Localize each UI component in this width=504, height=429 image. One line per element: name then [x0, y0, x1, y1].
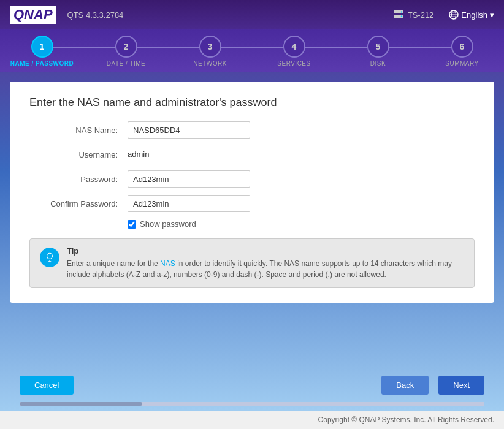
- scrollbar-thumb[interactable]: [20, 402, 142, 406]
- form-title: Enter the NAS name and administrator's p…: [29, 96, 475, 109]
- tip-title: Tip: [67, 246, 464, 256]
- nas-link[interactable]: NAS: [160, 259, 175, 268]
- server-icon: [393, 9, 404, 20]
- password-input[interactable]: [128, 170, 250, 188]
- svg-point-2: [401, 11, 402, 12]
- show-password-label[interactable]: Show password: [140, 219, 196, 229]
- svg-point-3: [401, 15, 402, 17]
- tip-text: Enter a unique name for the NAS in order…: [67, 258, 464, 280]
- username-label: Username:: [29, 150, 128, 159]
- tip-icon: [40, 248, 59, 267]
- copyright: Copyright © QNAP Systems, Inc. All Right…: [0, 411, 504, 429]
- password-row: Password:: [29, 170, 475, 188]
- nas-name-label: NAS Name:: [29, 126, 128, 135]
- tip-box: Tip Enter a unique name for the NAS in o…: [29, 238, 475, 288]
- header: QNAP QTS 4.3.3.2784 TS-212 English ▾: [0, 0, 504, 29]
- nas-name-row: NAS Name:: [29, 121, 475, 139]
- back-button[interactable]: Back: [381, 376, 429, 395]
- dropdown-arrow-icon: ▾: [490, 10, 494, 20]
- show-password-row: Show password: [128, 219, 475, 229]
- step-circle-6: 6: [451, 36, 473, 58]
- step-label-6: SUMMARY: [445, 60, 478, 67]
- show-password-checkbox[interactable]: [128, 220, 136, 229]
- step-2: 2 DATE / TIME: [84, 36, 168, 67]
- lightbulb-icon: [44, 252, 55, 263]
- language-selector[interactable]: English ▾: [449, 10, 494, 20]
- qnap-logo-text: QNAP: [13, 7, 53, 22]
- globe-icon: [449, 10, 459, 20]
- device-name: TS-212: [408, 10, 434, 20]
- nas-name-input[interactable]: [128, 121, 250, 139]
- step-circle-4: 4: [283, 36, 305, 58]
- step-label-2: DATE / TIME: [107, 60, 145, 67]
- scrollbar-track[interactable]: [20, 402, 484, 406]
- step-circle-3: 3: [199, 36, 221, 58]
- footer-buttons: Cancel Back Next: [10, 368, 494, 402]
- confirm-password-input[interactable]: [128, 195, 250, 212]
- password-label: Password:: [29, 175, 128, 184]
- confirm-password-row: Confirm Password:: [29, 195, 475, 212]
- header-divider: [441, 9, 441, 21]
- step-label-3: NETWORK: [193, 60, 227, 67]
- logo-area: QNAP QTS 4.3.3.2784: [10, 6, 123, 24]
- qnap-logo: QNAP: [10, 6, 56, 24]
- confirm-password-label: Confirm Password:: [29, 199, 128, 208]
- username-value: admin: [128, 146, 149, 163]
- device-info: TS-212: [393, 9, 434, 20]
- step-circle-2: 2: [115, 36, 137, 58]
- btn-group-right: Back Next: [381, 376, 484, 395]
- form-card: Enter the NAS name and administrator's p…: [10, 82, 494, 303]
- next-button[interactable]: Next: [438, 376, 484, 395]
- step-3: 3 NETWORK: [168, 36, 252, 67]
- username-row: Username: admin: [29, 146, 475, 163]
- main-content: Enter the NAS name and administrator's p…: [0, 72, 504, 411]
- cancel-button[interactable]: Cancel: [20, 376, 74, 395]
- step-6: 6 SUMMARY: [420, 36, 504, 67]
- language-text: English: [461, 10, 487, 20]
- step-label-5: DISK: [370, 60, 386, 67]
- spacer: [10, 303, 494, 368]
- tip-content: Tip Enter a unique name for the NAS in o…: [67, 246, 464, 280]
- step-4: 4 SERVICES: [252, 36, 336, 67]
- step-label-4: SERVICES: [277, 60, 310, 67]
- step-circle-5: 5: [367, 36, 389, 58]
- step-5: 5 DISK: [336, 36, 420, 67]
- version-text: QTS 4.3.3.2784: [67, 10, 124, 20]
- step-circle-1: 1: [31, 36, 53, 58]
- steps-bar: 1 NAME / PASSWORD 2 DATE / TIME 3 NETWOR…: [0, 29, 504, 72]
- step-1: 1 NAME / PASSWORD: [0, 36, 84, 67]
- header-right: TS-212 English ▾: [393, 9, 494, 21]
- step-label-1: NAME / PASSWORD: [10, 60, 74, 67]
